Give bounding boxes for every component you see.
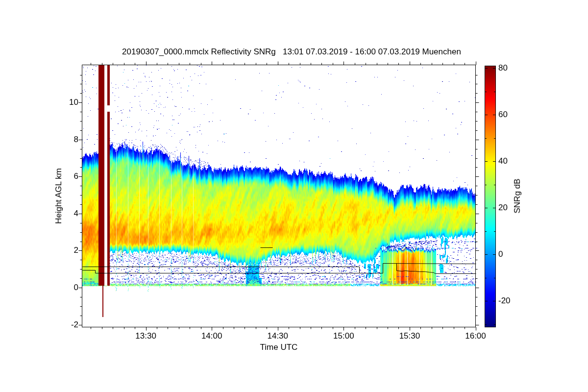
- x-axis-label: Time UTC: [260, 343, 298, 352]
- colorbar-tick-label: 0: [498, 250, 503, 259]
- chart-title: 20190307_0000.mmclx Reflectivity SNRg 13…: [122, 48, 461, 56]
- y-tick-label: 10: [44, 98, 78, 107]
- colorbar-tick-label: 40: [498, 157, 508, 166]
- colorbar-tick-label: 80: [498, 64, 508, 73]
- colorbar-tick-label: 20: [498, 203, 508, 212]
- reflectivity-heatmap-canvas: [0, 0, 588, 392]
- y-tick-label: 8: [44, 135, 78, 144]
- x-tick-label: 15:30: [399, 332, 420, 341]
- colorbar-tick-label: -20: [498, 296, 511, 305]
- y-tick-label: 4: [44, 209, 78, 218]
- x-tick-label: 14:00: [201, 332, 222, 341]
- x-tick-label: 13:30: [135, 332, 156, 341]
- y-tick-label: 0: [44, 283, 78, 292]
- y-tick-label: -2: [44, 320, 78, 329]
- colorbar-tick-label: 60: [498, 110, 508, 119]
- y-tick-label: 6: [44, 172, 78, 181]
- x-tick-label: 14:30: [267, 332, 288, 341]
- y-tick-label: 2: [44, 246, 78, 255]
- colorbar-label: SNRg dB: [513, 179, 522, 214]
- radar-reflectivity-figure: 20190307_0000.mmclx Reflectivity SNRg 13…: [0, 0, 588, 392]
- x-tick-label: 15:00: [333, 332, 354, 341]
- x-tick-label: 16:00: [465, 332, 486, 341]
